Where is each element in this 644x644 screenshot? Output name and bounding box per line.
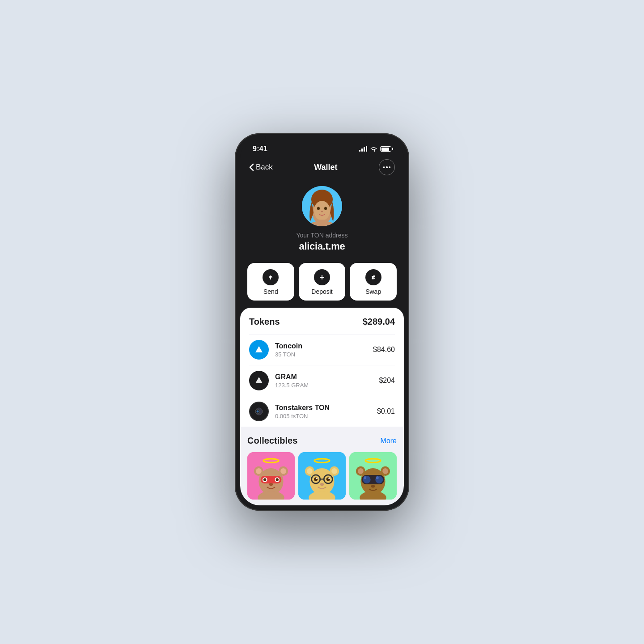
svg-point-59	[371, 485, 375, 487]
svg-point-44	[328, 478, 330, 479]
deposit-button[interactable]: Deposit	[299, 263, 346, 301]
send-icon	[263, 269, 279, 285]
tonstakers-value: $0.01	[377, 407, 395, 415]
collectibles-grid	[247, 452, 397, 500]
status-icons	[359, 146, 391, 152]
swap-icon	[365, 269, 381, 285]
svg-point-37	[331, 468, 337, 474]
tonstakers-info: Tonstakers TON 0.005 tsTON	[275, 404, 377, 419]
swap-label: Swap	[365, 288, 381, 295]
svg-point-5	[324, 207, 327, 210]
wifi-icon	[370, 146, 377, 152]
svg-point-53	[382, 468, 388, 474]
status-time: 9:41	[253, 145, 267, 153]
send-label: Send	[263, 288, 278, 295]
status-bar: 9:41	[240, 139, 404, 156]
svg-point-23	[280, 468, 286, 474]
toncoin-icon	[249, 340, 269, 360]
deposit-icon	[314, 269, 330, 285]
ton-address-label: Your TON address	[297, 232, 348, 239]
svg-point-3	[314, 201, 330, 220]
tokens-total-value: $289.04	[363, 317, 395, 327]
tonstakers-icon	[249, 402, 269, 421]
phone-frame: 9:41	[235, 133, 409, 511]
signal-icon	[359, 146, 367, 152]
nav-bar: Back Wallet	[240, 156, 404, 181]
gram-icon	[249, 371, 269, 390]
svg-point-51	[358, 468, 364, 474]
toncoin-name: Toncoin	[275, 342, 373, 350]
svg-point-43	[316, 478, 318, 479]
dot-1	[383, 166, 385, 168]
collectibles-section: Collectibles More	[240, 427, 404, 505]
chevron-left-icon	[249, 163, 254, 171]
svg-point-57	[364, 476, 366, 479]
svg-point-45	[320, 483, 324, 486]
more-link[interactable]: More	[381, 437, 397, 445]
phone-screen: 9:41	[240, 139, 404, 505]
page-title: Wallet	[314, 163, 337, 172]
collectible-item-2[interactable]	[298, 452, 346, 500]
tonstakers-name: Tonstakers TON	[275, 404, 377, 412]
collectibles-title: Collectibles	[247, 436, 297, 446]
gram-value: $204	[379, 377, 395, 385]
tokens-section: Tokens $289.04 Toncoin 35 TON $84.60	[240, 308, 404, 427]
toncoin-amount: 35 TON	[275, 351, 373, 358]
toncoin-info: Toncoin 35 TON	[275, 342, 373, 358]
gram-amount: 123.5 GRAM	[275, 382, 379, 389]
dot-3	[389, 166, 391, 168]
svg-point-28	[276, 478, 279, 481]
swap-button[interactable]: Swap	[350, 263, 397, 301]
tokens-header: Tokens $289.04	[249, 317, 395, 327]
content-area: Tokens $289.04 Toncoin 35 TON $84.60	[240, 308, 404, 505]
send-button[interactable]: Send	[247, 263, 294, 301]
token-item-tonstakers[interactable]: Tonstakers TON 0.005 tsTON $0.01	[249, 396, 395, 427]
collectible-item-1[interactable]	[247, 452, 295, 500]
svg-point-27	[263, 478, 266, 481]
svg-point-13	[369, 273, 377, 281]
svg-point-16	[257, 411, 259, 413]
back-label: Back	[256, 163, 273, 172]
ton-address: alicia.t.me	[299, 241, 345, 252]
back-button[interactable]: Back	[249, 163, 273, 172]
actions-row: Send Deposit	[240, 263, 404, 301]
svg-point-29	[269, 483, 273, 486]
svg-point-58	[376, 476, 378, 479]
collectibles-header: Collectibles More	[247, 436, 397, 446]
profile-section: Your TON address alicia.t.me	[240, 181, 404, 263]
token-item-gram[interactable]: GRAM 123.5 GRAM $204	[249, 365, 395, 396]
deposit-label: Deposit	[311, 288, 332, 295]
token-item-toncoin[interactable]: Toncoin 35 TON $84.60	[249, 334, 395, 365]
dot-2	[386, 166, 388, 168]
gram-name: GRAM	[275, 373, 379, 381]
toncoin-value: $84.60	[373, 346, 395, 354]
svg-point-4	[317, 207, 320, 210]
more-options-button[interactable]	[379, 159, 395, 175]
svg-point-6	[321, 211, 323, 212]
gram-info: GRAM 123.5 GRAM	[275, 373, 379, 389]
battery-icon	[380, 146, 391, 152]
collectible-item-3[interactable]	[349, 452, 397, 500]
svg-point-35	[307, 468, 313, 474]
tonstakers-amount: 0.005 tsTON	[275, 413, 377, 419]
avatar	[302, 186, 342, 226]
svg-point-21	[256, 468, 262, 474]
tokens-title: Tokens	[249, 317, 280, 327]
